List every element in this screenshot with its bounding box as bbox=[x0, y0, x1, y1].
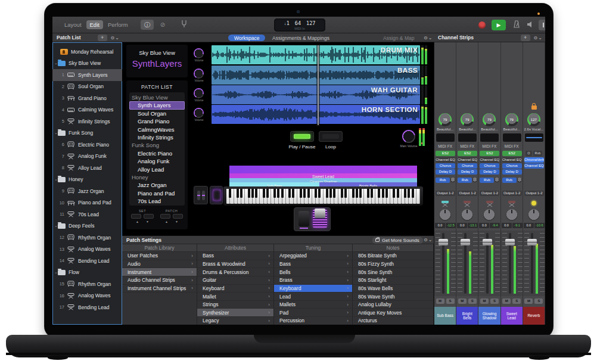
patch-settings-item-brass[interactable]: Brass› bbox=[274, 276, 352, 285]
instrument-slot[interactable]: ES2 bbox=[436, 151, 455, 156]
eq-thumbnail[interactable] bbox=[503, 133, 521, 142]
onscreen-list-jazz-organ[interactable]: Jazz Organ bbox=[129, 181, 185, 189]
onscreen-list-grand-piano[interactable]: Grand Piano bbox=[129, 117, 185, 125]
output-slot[interactable]: Output 1-2 bbox=[436, 191, 455, 196]
compressor-knob[interactable]: 79 bbox=[439, 113, 452, 126]
pan-knob[interactable] bbox=[461, 209, 473, 221]
black-key[interactable] bbox=[333, 189, 335, 198]
input-button-o[interactable]: O bbox=[526, 151, 531, 156]
sidebar-patch-70s-lead[interactable]: 1170s Lead bbox=[52, 209, 122, 220]
mode-button-layout[interactable]: Layout bbox=[61, 20, 85, 29]
solo-button[interactable]: S bbox=[446, 298, 455, 304]
patch-up-button[interactable] bbox=[160, 214, 170, 219]
add-patch-button[interactable]: + bbox=[98, 35, 107, 41]
instrument-slot[interactable]: ES2 bbox=[458, 151, 477, 156]
black-key[interactable] bbox=[326, 189, 328, 198]
info-button[interactable]: ⓘ bbox=[141, 20, 154, 30]
disclosure-chevron-icon[interactable]: ⌄ bbox=[52, 177, 58, 182]
patch-settings-item-lead[interactable]: Lead› bbox=[274, 293, 352, 301]
channel-strips-action-menu[interactable]: ⊖⌄ bbox=[534, 35, 543, 41]
compressor-knob[interactable]: 79 bbox=[483, 113, 496, 126]
set-down-button[interactable] bbox=[144, 214, 154, 219]
solo-button[interactable]: S bbox=[534, 298, 543, 304]
track-volume-knob[interactable] bbox=[194, 48, 204, 58]
black-key[interactable] bbox=[367, 189, 369, 198]
sidebar-patch-alloy-lead[interactable]: 8Alloy Lead bbox=[52, 162, 122, 174]
sidebar-patch-calming-waves[interactable]: 4Calming Waves bbox=[52, 104, 122, 116]
set-up-button[interactable] bbox=[131, 214, 141, 219]
audio-fx-slot-channel-eq[interactable]: Channel EQ bbox=[524, 163, 544, 169]
mute-button[interactable]: M bbox=[502, 298, 511, 304]
compressor-knob[interactable]: 79 bbox=[505, 113, 518, 126]
patch-settings-item-guitar[interactable]: Guitar› bbox=[197, 276, 273, 285]
waveform-track-bass[interactable]: BASS bbox=[212, 66, 420, 85]
onscreen-list-analog-funk[interactable]: Analog Funk bbox=[129, 157, 185, 165]
volume-value[interactable]: 0.0 bbox=[457, 223, 467, 228]
preset-name[interactable]: Beautiful... bbox=[434, 127, 456, 131]
mute-button[interactable]: M bbox=[524, 298, 533, 304]
tab-assignments-mappings[interactable]: Assignments & Mappings bbox=[272, 35, 329, 41]
black-key[interactable] bbox=[393, 189, 395, 198]
sidebar-patch-analog-waves[interactable]: 16Analog Waves bbox=[52, 290, 122, 302]
black-key[interactable] bbox=[341, 189, 343, 198]
output-slot[interactable]: Output 1-2 bbox=[524, 191, 544, 196]
black-key[interactable] bbox=[281, 189, 284, 198]
black-key[interactable] bbox=[397, 189, 399, 198]
patch-settings-action-menu[interactable]: ⊖⌄ bbox=[424, 237, 433, 242]
speaker-icon[interactable] bbox=[526, 20, 537, 30]
patch-settings-item-user-patches[interactable]: User Patches› bbox=[122, 252, 197, 260]
patch-settings-item-pad[interactable]: Pad› bbox=[274, 309, 352, 317]
black-key[interactable] bbox=[240, 189, 242, 198]
help-button[interactable]: ⊘ bbox=[157, 20, 168, 30]
waveform-track-horn-section[interactable]: HORN SECTION bbox=[212, 105, 420, 124]
fader-cap[interactable] bbox=[439, 239, 448, 245]
patch-settings-item-brass-woodwind[interactable]: Brass & Woodwind› bbox=[197, 260, 273, 269]
audio-fx-slot-channel-eq[interactable]: Channel EQ bbox=[502, 157, 522, 163]
solo-button[interactable]: S bbox=[468, 298, 477, 304]
eq-thumbnail[interactable] bbox=[458, 133, 477, 142]
pan-knob[interactable] bbox=[439, 209, 451, 221]
strip-name-label[interactable]: Sweet Lead bbox=[501, 307, 523, 325]
black-key[interactable] bbox=[359, 189, 362, 198]
strip-name-label[interactable]: Bright Bells bbox=[456, 307, 478, 325]
send-slot-rvb[interactable]: Rvb bbox=[502, 178, 517, 183]
disclosure-chevron-icon[interactable]: ⌄ bbox=[52, 61, 58, 66]
pan-knob[interactable] bbox=[483, 209, 495, 221]
track-volume-knob[interactable] bbox=[194, 69, 204, 79]
waveform-track-wah-guitar[interactable]: WAH GUITAR bbox=[212, 85, 420, 104]
sidebar-folder-sky-blue-view[interactable]: ⌄Sky Blue View bbox=[52, 58, 122, 70]
instrument-slot[interactable]: ES2 bbox=[480, 151, 499, 156]
loop-pad-button[interactable] bbox=[319, 131, 343, 142]
onscreen-list-infinity-strings[interactable]: Infinity Strings bbox=[129, 133, 185, 141]
send-slot-rvb[interactable]: Rvb bbox=[458, 178, 472, 183]
sidebar-patch-bending-lead[interactable]: 17Bending Lead bbox=[52, 301, 122, 313]
volume-value[interactable]: 0.0 bbox=[479, 223, 489, 228]
patch-settings-item-bass[interactable]: Bass› bbox=[197, 252, 273, 260]
sidebar-patch-electric-piano[interactable]: 6Electric Piano bbox=[52, 139, 122, 151]
patch-settings-item-arcturus[interactable]: Arcturus bbox=[353, 317, 433, 325]
sidebar-patch-analog-funk[interactable]: 7Analog Funk bbox=[52, 151, 122, 163]
sidebar-folder-honey[interactable]: ⌄Honey bbox=[52, 174, 122, 186]
layer-sweet-lead[interactable]: Sweet Lead bbox=[229, 173, 417, 178]
patch-list-action-menu[interactable]: ⊖⌄ bbox=[111, 35, 120, 41]
audio-fx-slot-chorus[interactable]: Chorus bbox=[436, 163, 455, 169]
send-level-knob[interactable] bbox=[472, 178, 477, 182]
patch-settings-item-synthesizer[interactable]: Synthesizer› bbox=[197, 309, 273, 317]
black-key[interactable] bbox=[255, 189, 257, 198]
sidebar-patch-jazz-organ[interactable]: 9Jazz Organ bbox=[52, 185, 122, 197]
black-key[interactable] bbox=[329, 189, 332, 198]
disclosure-chevron-icon[interactable]: ⌄ bbox=[52, 223, 58, 228]
eq-thumbnail[interactable] bbox=[480, 133, 499, 142]
black-key[interactable] bbox=[292, 189, 294, 198]
patch-settings-item-bells[interactable]: Bells› bbox=[274, 268, 352, 276]
white-key[interactable] bbox=[416, 189, 420, 204]
fader-cap[interactable] bbox=[483, 239, 492, 245]
audio-fx-slot-chorus[interactable]: Chorus bbox=[480, 163, 499, 169]
sidebar-patch-grand-piano[interactable]: 3Grand Piano bbox=[52, 92, 122, 104]
audio-fx-slot-chorus[interactable]: Chorus bbox=[502, 163, 522, 169]
send-slot-rvb[interactable]: Rvb bbox=[436, 178, 450, 183]
sidebar-concert-monday-rehearsal[interactable]: Monday Rehearsal bbox=[52, 46, 122, 58]
disclosure-chevron-icon[interactable]: ⌄ bbox=[52, 130, 58, 135]
sidebar-patch-analog-waves[interactable]: 13Analog Waves bbox=[52, 244, 122, 256]
patch-settings-item-80s-wave-synth[interactable]: 80s Wave Synth bbox=[353, 293, 433, 301]
